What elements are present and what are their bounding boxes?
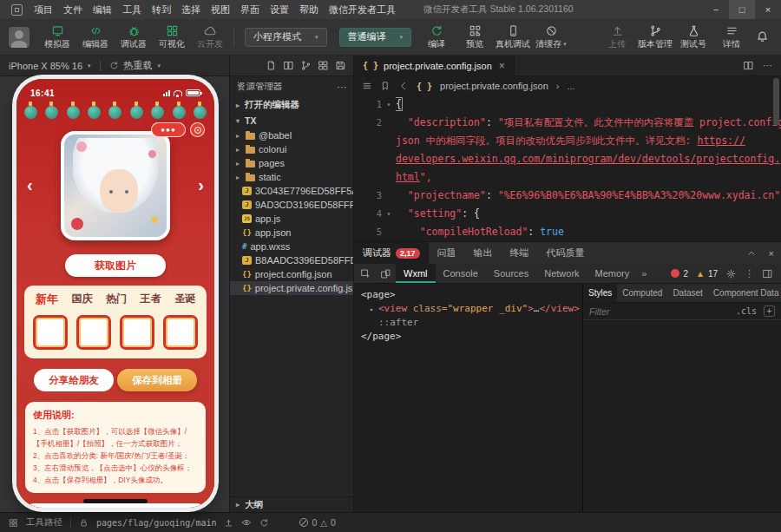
network-select[interactable]: 热重载 — [124, 59, 153, 72]
styles-tab-3[interactable]: Component Data — [708, 284, 781, 302]
get-image-button[interactable]: 获取图片 — [65, 254, 166, 277]
device-toolbar-icon[interactable] — [380, 268, 391, 279]
panel-tab-0[interactable]: 调试器2,17 — [354, 242, 429, 264]
wxml-tree[interactable]: <page>▸<view class="wrapper _div">…</vie… — [354, 284, 583, 512]
styles-tab-1[interactable]: Computed — [617, 284, 667, 302]
menu-item-0[interactable]: 项目 — [29, 3, 58, 16]
tree-item-2[interactable]: ▸pages — [230, 156, 353, 170]
panel-tab-4[interactable]: 代码质量 — [538, 242, 594, 264]
bell-icon[interactable] — [756, 30, 769, 43]
save-to-album-button[interactable]: 保存到相册 — [117, 369, 197, 391]
split-editor-icon[interactable] — [743, 60, 754, 71]
tab-project-private-config[interactable]: { } project.private.config.json × — [354, 56, 515, 76]
frame-thumbnail-0[interactable] — [33, 315, 68, 350]
add-style-icon[interactable]: + — [764, 305, 775, 317]
simulator-button[interactable]: 模拟器 — [38, 24, 76, 50]
fold-arrow-icon[interactable]: ▾ — [382, 95, 396, 114]
code-area[interactable]: 1▾{2 "description": "项目私有配置文件。此文件中的内容将覆盖… — [354, 95, 781, 241]
menu-item-1[interactable]: 文件 — [58, 3, 88, 16]
clear-cache-button[interactable]: 清缓存▾ — [532, 24, 570, 50]
tree-item-4[interactable]: J3C043E7796ED58FF5A... — [230, 184, 353, 198]
grid-icon[interactable] — [9, 518, 18, 528]
editor-button[interactable]: 编辑器 — [76, 24, 115, 50]
mode-select[interactable]: 小程序模式 ▾ — [245, 28, 327, 47]
bookmark-icon[interactable] — [380, 81, 390, 91]
outline-section[interactable]: ▸ 大纲 — [230, 496, 353, 512]
tree-item-1[interactable]: ▸colorui — [230, 142, 353, 156]
panel-tab-3[interactable]: 终端 — [502, 242, 538, 264]
tree-item-7[interactable]: {}app.json — [230, 226, 353, 240]
tree-item-8[interactable]: #app.wxss — [230, 240, 353, 253]
breadcrumb-more[interactable]: ... — [567, 81, 574, 91]
close-target-icon[interactable] — [190, 122, 205, 137]
collapse-panel-icon[interactable] — [746, 248, 757, 259]
test-button[interactable]: 测试号 — [674, 24, 712, 50]
menu-item-2[interactable]: 编辑 — [88, 3, 117, 16]
share-button[interactable]: 分享给朋友 — [34, 369, 114, 391]
carousel-next-icon[interactable]: › — [198, 176, 204, 194]
menu-item-9[interactable]: 帮助 — [294, 3, 324, 16]
sync-icon[interactable] — [259, 518, 269, 528]
wxml-node-1[interactable]: ▸<view class="wrapper _div">…</view> — [354, 302, 582, 316]
panel-tab-1[interactable]: 问题 — [429, 242, 465, 264]
maximize-button[interactable]: □ — [729, 0, 755, 19]
menu-item-3[interactable]: 工具 — [117, 3, 147, 16]
menu-item-5[interactable]: 选择 — [176, 3, 206, 16]
breadcrumb-file[interactable]: project.private.config.json — [440, 81, 548, 91]
category-tab-3[interactable]: 王者 — [141, 292, 161, 307]
category-tab-1[interactable]: 国庆 — [71, 292, 92, 307]
more-actions-icon[interactable]: ⋯ — [763, 60, 772, 71]
compile-button[interactable]: 编译 — [417, 24, 456, 50]
open-editors-section[interactable]: ▸ 打开的编辑器 — [230, 97, 353, 113]
styles-tab-2[interactable]: Dataset — [667, 284, 707, 302]
frame-thumbnail-2[interactable] — [120, 315, 154, 350]
more-actions-icon[interactable]: ⋯ — [338, 82, 347, 92]
problem-counts[interactable]: 0 △ 0 — [299, 517, 335, 528]
fold-arrow-icon[interactable]: ▾ — [382, 205, 396, 223]
menu-item-6[interactable]: 视图 — [206, 3, 235, 16]
warning-icon[interactable]: ▲ — [696, 269, 705, 279]
tree-item-10[interactable]: {}project.config.json — [230, 267, 353, 281]
editor-scrollbar[interactable] — [773, 78, 779, 125]
expand-arrow-icon[interactable]: ▸ — [370, 303, 378, 317]
grid-view-icon[interactable] — [318, 60, 329, 71]
details-button[interactable]: 详情 — [712, 24, 751, 50]
close-panel-icon[interactable]: × — [769, 248, 774, 259]
error-count-icon[interactable] — [671, 269, 679, 278]
wxml-node-2[interactable]: ::after — [354, 316, 582, 330]
back-arrow-icon[interactable] — [398, 81, 409, 91]
new-file-icon[interactable] — [266, 60, 277, 71]
frame-thumbnail-3[interactable] — [163, 315, 198, 350]
devtools-tab-memory[interactable]: Memory — [587, 264, 638, 283]
category-tab-0[interactable]: 新年 — [36, 292, 58, 307]
tree-item-5[interactable]: J9AD3CD3196ED58FFF... — [230, 198, 353, 212]
menu-item-7[interactable]: 界面 — [235, 3, 265, 16]
cls-label[interactable]: .cls — [736, 306, 757, 316]
category-tab-2[interactable]: 热门 — [106, 292, 127, 307]
filter-input[interactable] — [589, 306, 729, 317]
tree-item-3[interactable]: ▸static — [230, 170, 353, 184]
panel-tab-2[interactable]: 输出 — [465, 242, 502, 264]
settings-gear-icon[interactable] — [725, 268, 737, 279]
tree-item-0[interactable]: ▸@babel — [230, 128, 353, 142]
device-select[interactable]: iPhone X 85% 16 — [9, 61, 82, 71]
visual-button[interactable]: 可视化 — [153, 24, 191, 50]
upload-icon[interactable] — [224, 518, 233, 528]
menu-item-10[interactable]: 微信开发者工具 — [324, 3, 401, 16]
minimize-button[interactable]: − — [703, 0, 729, 19]
version-button[interactable]: 版本管理 — [636, 24, 674, 50]
carousel-prev-icon[interactable]: ‹ — [27, 176, 33, 194]
debugger-button[interactable]: 调试器 — [115, 24, 153, 50]
menu-icon[interactable] — [362, 81, 372, 91]
menu-item-8[interactable]: 设置 — [265, 3, 294, 16]
preview-button[interactable]: 预览 — [456, 24, 494, 50]
menu-item-4[interactable]: 转到 — [147, 3, 176, 16]
devtools-tab-network[interactable]: Network — [536, 264, 587, 283]
styles-tab-0[interactable]: Styles — [583, 284, 617, 302]
tree-item-6[interactable]: JSapp.js — [230, 212, 353, 226]
avatar-image[interactable] — [61, 131, 170, 240]
tree-item-11[interactable]: {}project.private.config.js... — [230, 281, 353, 295]
wxml-node-3[interactable]: </page> — [354, 330, 582, 344]
cloud-button[interactable]: 云开发 — [191, 24, 229, 50]
devtools-tab-sources[interactable]: Sources — [486, 264, 536, 283]
